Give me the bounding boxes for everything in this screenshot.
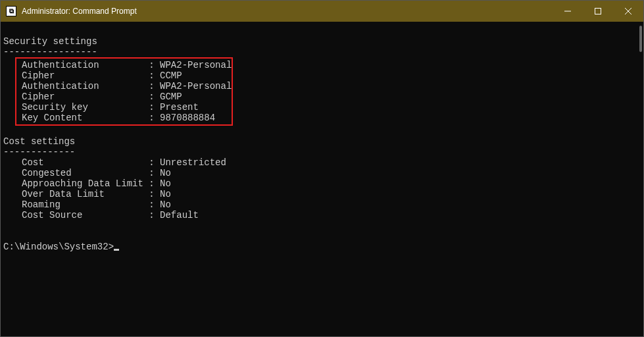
svg-rect-1 (595, 9, 601, 14)
window-title: Administrator: Command Prompt (22, 7, 137, 16)
prompt-text: C:\Windows\System32> (3, 242, 114, 252)
row-value: Default (160, 210, 199, 220)
row-sep: : (143, 60, 160, 70)
row-sep: : (143, 91, 160, 102)
cost-section-header: Cost settings (3, 136, 641, 147)
cost-row: Congested : No (3, 168, 641, 178)
row-label: Over Data Limit (22, 189, 143, 199)
row-sep: : (143, 189, 160, 199)
row-sep: : (143, 102, 160, 113)
security-row: Security key : Present (22, 102, 226, 113)
cost-row: Roaming : No (3, 199, 641, 210)
blank-line (3, 26, 641, 36)
close-icon (625, 8, 632, 14)
row-value: No (160, 168, 171, 178)
security-row: Authentication : WPA2-Personal (22, 60, 226, 70)
row-sep: : (143, 210, 160, 220)
row-label: Congested (22, 168, 143, 178)
row-label: Security key (22, 102, 143, 113)
row-label: Cost (22, 157, 143, 168)
row-value: No (160, 189, 171, 199)
scrollbar[interactable] (639, 26, 642, 52)
maximize-icon (595, 8, 601, 14)
blank-line (3, 126, 641, 136)
row-value: No (160, 199, 171, 210)
row-value: CCMP (160, 70, 182, 81)
row-label: Authentication (22, 81, 143, 91)
row-value: 9870888884 (160, 113, 215, 123)
row-label: Cipher (22, 70, 143, 81)
titlebar[interactable]: ⧉ Administrator: Command Prompt (1, 1, 643, 22)
minimize-icon (564, 8, 571, 14)
row-label: Authentication (22, 60, 143, 70)
row-sep: : (143, 168, 160, 178)
row-value: GCMP (160, 91, 182, 102)
app-icon: ⧉ (6, 6, 16, 16)
security-section-dashes: ----------------- (3, 47, 641, 57)
security-row: Key Content : 9870888884 (22, 113, 226, 123)
cost-row: Cost Source : Default (3, 210, 641, 220)
app-icon-text: ⧉ (9, 8, 14, 15)
row-sep: : (143, 113, 160, 123)
prompt-line: C:\Windows\System32> (3, 242, 641, 252)
close-button[interactable] (613, 1, 643, 22)
security-highlight-box: Authentication : WPA2-Personal Cipher : … (15, 57, 233, 126)
row-sep: : (143, 199, 160, 210)
window-controls (553, 1, 643, 22)
security-row: Cipher : GCMP (22, 91, 226, 102)
security-row: Cipher : CCMP (22, 70, 226, 81)
row-label: Key Content (22, 113, 143, 123)
blank-line (3, 220, 641, 231)
title-left: ⧉ Administrator: Command Prompt (6, 6, 137, 16)
cursor (114, 249, 119, 251)
security-section-header: Security settings (3, 36, 641, 47)
row-value: Unrestricted (160, 157, 226, 168)
maximize-button[interactable] (583, 1, 613, 22)
row-label: Cipher (22, 91, 143, 102)
row-label: Cost Source (22, 210, 143, 220)
row-value: WPA2-Personal (160, 81, 232, 91)
row-label: Roaming (22, 199, 143, 210)
security-row: Authentication : WPA2-Personal (22, 81, 226, 91)
cost-row: Approaching Data Limit : No (3, 178, 641, 189)
command-prompt-window: ⧉ Administrator: Command Prompt Security… (0, 0, 644, 337)
cost-row: Cost : Unrestricted (3, 157, 641, 168)
terminal-body[interactable]: Security settings ----------------- Auth… (1, 22, 643, 336)
row-value: No (160, 178, 171, 189)
row-sep: : (143, 178, 160, 189)
row-value: Present (160, 102, 199, 113)
cost-row: Over Data Limit : No (3, 189, 641, 199)
row-sep: : (143, 157, 160, 168)
row-sep: : (143, 81, 160, 91)
row-label: Approaching Data Limit (22, 178, 143, 189)
row-sep: : (143, 70, 160, 81)
minimize-button[interactable] (553, 1, 583, 22)
cost-section-dashes: ------------- (3, 147, 641, 157)
blank-line (3, 231, 641, 242)
row-value: WPA2-Personal (160, 60, 232, 70)
